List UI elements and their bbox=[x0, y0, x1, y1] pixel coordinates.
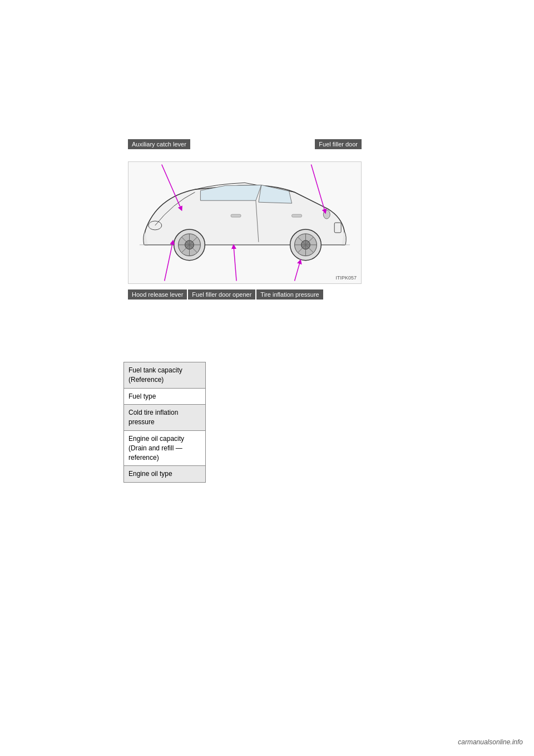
info-table: Fuel tank capacity (Reference)Fuel typeC… bbox=[123, 362, 206, 483]
svg-point-1 bbox=[149, 221, 162, 230]
footer-url: carmanualsonline.info bbox=[458, 738, 523, 746]
svg-rect-2 bbox=[334, 223, 341, 233]
diagram-container: Auxiliary catch lever Fuel filler door bbox=[122, 139, 367, 334]
svg-line-23 bbox=[165, 242, 173, 281]
svg-rect-4 bbox=[292, 214, 302, 217]
table-row: Engine oil type bbox=[124, 466, 205, 482]
hood-release-lever-label: Hood release lever bbox=[128, 289, 187, 300]
car-image: ITIPK057 bbox=[128, 161, 362, 284]
svg-line-24 bbox=[234, 247, 236, 281]
bottom-labels: Hood release lever Fuel filler door open… bbox=[128, 289, 362, 300]
svg-point-20 bbox=[323, 210, 330, 219]
auxiliary-catch-lever-label: Auxiliary catch lever bbox=[128, 139, 190, 149]
image-code: ITIPK057 bbox=[335, 275, 357, 281]
fuel-filler-door-opener-label: Fuel filler door opener bbox=[188, 289, 255, 300]
footer: carmanualsonline.info bbox=[458, 738, 523, 746]
tire-inflation-pressure-label: Tire inflation pressure bbox=[256, 289, 323, 300]
table-row: Cold tire inflation pressure bbox=[124, 405, 205, 431]
table-row: Fuel type bbox=[124, 389, 205, 405]
svg-line-25 bbox=[295, 262, 300, 281]
car-diagram-svg bbox=[128, 162, 361, 283]
fuel-filler-door-label: Fuel filler door bbox=[315, 139, 362, 149]
svg-rect-3 bbox=[231, 214, 241, 217]
table-row: Engine oil capacity (Drain and refill — … bbox=[124, 431, 205, 466]
page-content: Auxiliary catch lever Fuel filler door bbox=[0, 0, 534, 756]
table-row: Fuel tank capacity (Reference) bbox=[124, 362, 205, 389]
